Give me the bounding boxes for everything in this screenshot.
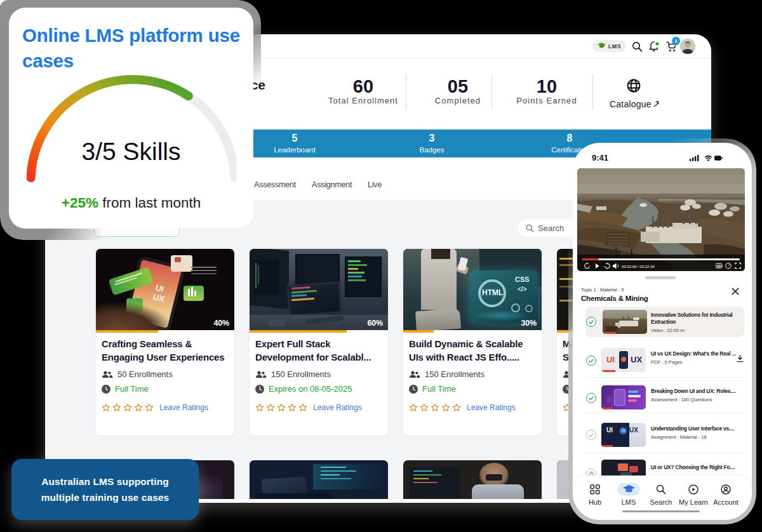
svg-text:00:02:00 / 00:22:30: 00:02:00 / 00:22:30 (622, 265, 655, 269)
svg-text:HD: HD (717, 264, 722, 268)
